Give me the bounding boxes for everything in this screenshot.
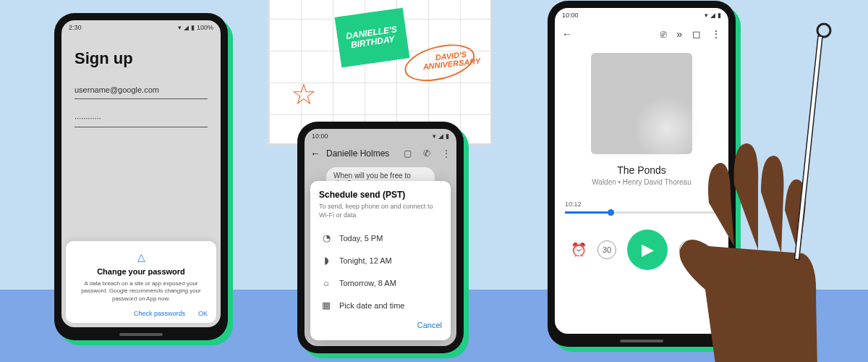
back-icon[interactable]: ← <box>310 148 320 159</box>
username-field[interactable]: username@google.com <box>75 81 208 99</box>
password-alert-sheet: △ Change your password A data breach on … <box>66 241 216 323</box>
schedule-send-sheet: Schedule send (PST) To send, keep phone … <box>310 181 451 340</box>
rewind-30-button[interactable]: 30 <box>597 240 616 259</box>
ok-button[interactable]: OK <box>198 310 208 317</box>
touch-ripple <box>634 96 699 161</box>
star-doodle: ☆ <box>291 77 317 111</box>
bookmark-icon[interactable]: ◻ <box>692 28 701 40</box>
sun-icon: ☼ <box>320 277 332 288</box>
elapsed-time: 10:12 <box>565 201 582 208</box>
back-icon[interactable]: ← <box>562 28 572 40</box>
album-art <box>591 53 692 154</box>
clock-icon: ◔ <box>320 232 332 243</box>
more-icon[interactable]: ⋮ <box>442 148 451 159</box>
alert-title: Change your password <box>75 267 208 276</box>
contact-name: Danielle Holmes <box>326 148 392 159</box>
wifi-icon: ▾ <box>178 24 182 31</box>
cast-icon[interactable]: ⎚ <box>660 28 666 40</box>
status-time: 10:00 <box>312 132 328 140</box>
status-time: 2:30 <box>69 24 82 31</box>
alert-body: A data breach on a site or app exposed y… <box>75 280 208 303</box>
sheet-title: Schedule send (PST) <box>319 190 442 200</box>
wifi-icon: ▾ <box>705 12 708 19</box>
sticky-note: DANIELLE'S BIRTHDAY <box>335 8 410 68</box>
battery-percent: 100% <box>197 24 213 31</box>
speed-icon[interactable]: » <box>676 28 682 40</box>
option-tomorrow[interactable]: ☼ Tomorrow, 8 AM <box>319 272 442 294</box>
wifi-icon: ▾ <box>433 132 436 140</box>
more-icon[interactable]: ⋮ <box>711 28 721 40</box>
option-tonight[interactable]: ◗ Tonight, 12 AM <box>319 249 442 272</box>
progress-bar[interactable] <box>565 211 718 214</box>
track-title: The Ponds <box>555 164 728 176</box>
play-button[interactable]: ▶ <box>627 230 668 270</box>
phone-password-checkup: 2:30 ▾ ◢ ▮ 100% Sign up username@google.… <box>54 13 228 340</box>
phone-schedule-send: 10:00 ▾ ◢ ▮ ← Danielle Holmes ▢ ✆ ⋮ When… <box>297 122 464 353</box>
sleep-timer-icon[interactable]: ⏰ <box>571 242 587 258</box>
forward-30-button[interactable]: 30 <box>679 240 698 259</box>
white-cane <box>792 22 835 340</box>
option-today[interactable]: ◔ Today, 5 PM <box>319 227 442 249</box>
password-field[interactable]: ············ <box>75 109 208 127</box>
cancel-button[interactable]: Cancel <box>319 321 442 329</box>
circled-annotation: DAVID'S ANNIVERSARY <box>412 48 491 72</box>
battery-icon: ▮ <box>191 24 195 31</box>
track-author: Walden • Henry David Thoreau <box>555 178 728 186</box>
signal-icon: ◢ <box>438 132 443 140</box>
check-passwords-button[interactable]: Check passwords <box>134 310 185 317</box>
moon-icon: ◗ <box>320 255 332 266</box>
warning-icon: △ <box>75 251 208 263</box>
status-time: 10:00 <box>562 12 579 19</box>
battery-icon: ▮ <box>446 132 449 140</box>
signal-icon: ◢ <box>710 12 715 19</box>
signal-icon: ◢ <box>184 24 189 31</box>
battery-icon: ▮ <box>718 12 721 19</box>
video-call-icon[interactable]: ▢ <box>404 148 412 159</box>
svg-point-0 <box>817 24 830 37</box>
page-title: Sign up <box>75 49 208 68</box>
sheet-subtitle: To send, keep phone on and connect to Wi… <box>319 203 442 219</box>
option-pick-date[interactable]: ▦ Pick date and time <box>319 294 442 316</box>
phone-call-icon[interactable]: ✆ <box>423 148 430 159</box>
svg-rect-1 <box>795 36 822 260</box>
calendar-icon: ▦ <box>320 300 332 311</box>
phone-audio-player: 10:00 ▾ ◢ ▮ ← ⎚ » ◻ ⋮ The Ponds Walden •… <box>548 1 736 347</box>
